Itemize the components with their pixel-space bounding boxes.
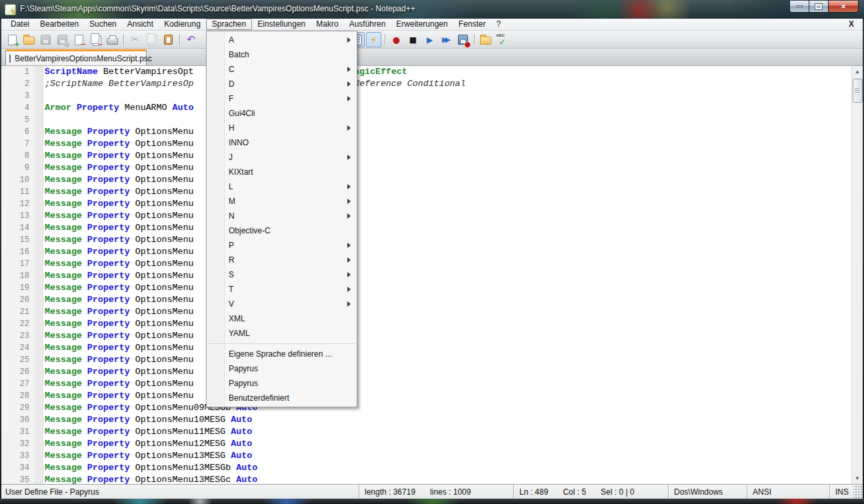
- language-menu-item-l[interactable]: L: [207, 179, 357, 194]
- menubar-item-suchen[interactable]: Suchen: [84, 19, 122, 30]
- code-token: [82, 343, 87, 353]
- language-menu-item-papyrus[interactable]: Papyrus: [207, 361, 357, 376]
- vertical-scrollbar[interactable]: ▲ ▼: [851, 66, 863, 484]
- code-token: Message: [45, 331, 82, 341]
- language-menu-item-objective-c[interactable]: Objective-C: [207, 223, 357, 238]
- menubar-item-sprachen[interactable]: Sprachen: [206, 19, 252, 30]
- code-token: Property: [87, 235, 130, 245]
- toolbar-macro-run-multiple-icon[interactable]: ▶▶: [439, 32, 454, 47]
- close-button[interactable]: ×: [828, 0, 859, 13]
- toolbar-macro-stop-icon[interactable]: ■: [405, 32, 421, 47]
- language-menu-item-xml[interactable]: XML: [207, 311, 357, 326]
- status-ln: Ln : 489: [519, 487, 548, 497]
- language-menu-item-n[interactable]: N: [207, 209, 357, 223]
- code-token: [82, 235, 87, 245]
- language-menu-item-batch[interactable]: Batch: [207, 47, 357, 62]
- menubar-item-einstellungen[interactable]: Einstellungen: [252, 19, 311, 30]
- toolbar-copy-icon[interactable]: [144, 32, 159, 47]
- code-text: Message Property OptionsMenu: [45, 234, 193, 246]
- close-document-button[interactable]: X: [849, 19, 854, 29]
- menu-item-label: Objective-C: [229, 226, 271, 235]
- menubar-item-bearbeiten[interactable]: Bearbeiten: [35, 19, 84, 30]
- window-controls: ×: [789, 0, 859, 13]
- code-text: Message Property OptionsMenu13MESGc Auto: [45, 474, 257, 484]
- menubar-item-kodierung[interactable]: Kodierung: [159, 19, 206, 30]
- language-menu-item-p[interactable]: P: [207, 238, 357, 253]
- toolbar-new-file-icon[interactable]: +: [5, 32, 20, 47]
- scroll-up-arrow[interactable]: ▲: [852, 66, 863, 77]
- line-number: 19: [1, 282, 29, 294]
- restore-button[interactable]: [809, 0, 828, 13]
- code-token: Message: [45, 403, 82, 413]
- menubar-item-help[interactable]: ?: [491, 19, 506, 30]
- submenu-arrow-icon: [347, 125, 351, 131]
- language-menu-item-eigene-sprache-definieren[interactable]: Eigene Sprache definieren ...: [207, 347, 357, 361]
- language-menu-item-a[interactable]: A: [207, 33, 357, 47]
- line-number: 33: [1, 450, 29, 462]
- editor-area[interactable]: 1ScriptName BetterVampiresOptMagicEffect…: [1, 66, 853, 484]
- toolbar-user-defined-language-icon[interactable]: ⚡: [366, 32, 381, 47]
- toolbar-macro-play-icon[interactable]: ▶: [422, 32, 437, 47]
- editor-line: 2;ScriptName BetterVampiresOptReference …: [1, 78, 853, 90]
- language-menu-item-yaml[interactable]: YAML: [207, 326, 357, 341]
- toolbar-save-all-icon[interactable]: ●: [55, 32, 70, 47]
- window-edge-left: [0, 19, 1, 499]
- code-token: [82, 451, 87, 461]
- menubar-item-datei[interactable]: Datei: [5, 19, 35, 30]
- language-menu-item-gui4cli[interactable]: Gui4Cli: [207, 106, 357, 121]
- scrollbar-thumb[interactable]: [853, 79, 863, 103]
- toolbar-macro-save-icon[interactable]: ●: [455, 32, 471, 47]
- line-number: 10: [1, 174, 29, 186]
- language-menu-item-s[interactable]: S: [207, 267, 357, 282]
- toolbar-close-all-files-icon[interactable]: −: [88, 32, 103, 47]
- toolbar-undo-icon[interactable]: ↶: [183, 32, 199, 47]
- code-token: OptionsMenu: [130, 211, 194, 221]
- toolbar-open-folder-icon[interactable]: [21, 32, 37, 47]
- language-menu-item-v[interactable]: V: [207, 297, 357, 311]
- code-token: Message: [45, 211, 82, 221]
- menubar-item-erweiterungen[interactable]: Erweiterungen: [391, 19, 453, 30]
- menu-item-label: P: [229, 241, 234, 250]
- toolbar-cut-icon[interactable]: ✂: [127, 32, 143, 47]
- toolbar-print-icon[interactable]: [105, 32, 120, 47]
- language-menu-item-f[interactable]: F: [207, 91, 357, 106]
- language-menu-item-kixtart[interactable]: KIXtart: [207, 165, 357, 179]
- menu-item-label: INNO: [229, 138, 249, 147]
- language-menu-item-papyrus-2[interactable]: Papyrus: [207, 376, 357, 391]
- editor-line: 31Message Property OptionsMenu11MESG Aut…: [1, 426, 853, 438]
- toolbar-left-group: +●−−✂↶: [4, 31, 199, 48]
- language-menu-item-d[interactable]: D: [207, 77, 357, 91]
- toolbar-paste-icon[interactable]: [161, 32, 176, 47]
- language-menu-item-benutzerdefiniert[interactable]: Benutzerdefiniert: [207, 391, 357, 405]
- menubar-item-fenster[interactable]: Fenster: [453, 19, 491, 30]
- language-menu-item-j[interactable]: J: [207, 150, 357, 165]
- menubar-item-ausf-hren[interactable]: Ausführen: [344, 19, 391, 30]
- toolbar-separator: [179, 34, 180, 45]
- status-bar: User Define File - Papyrus length : 3671…: [0, 484, 864, 499]
- code-token: OptionsMenu: [130, 331, 194, 341]
- language-menu-item-m[interactable]: M: [207, 194, 357, 209]
- line-number: 5: [1, 114, 29, 126]
- menu-item-label: M: [229, 197, 235, 206]
- scroll-down-arrow[interactable]: ▼: [852, 473, 863, 484]
- status-insert-mode[interactable]: INS: [829, 485, 853, 499]
- language-menu-item-h[interactable]: H: [207, 121, 357, 135]
- language-menu-item-c[interactable]: C: [207, 62, 357, 77]
- toolbar-close-file-icon[interactable]: −: [71, 32, 87, 47]
- status-eol-format[interactable]: Dos\Windows: [668, 485, 747, 499]
- language-menu-item-inno[interactable]: INNO: [207, 135, 357, 150]
- menubar-item-ansicht[interactable]: Ansicht: [122, 19, 159, 30]
- code-token: [82, 247, 87, 257]
- toolbar-macro-record-icon[interactable]: ●: [389, 32, 404, 47]
- tab-bettervampiresoptionsmenuscript[interactable]: BetterVampiresOptionsMenuScript.psc: [5, 49, 147, 65]
- editor-line: 17Message Property OptionsMenu: [1, 258, 853, 270]
- status-encoding[interactable]: ANSI: [747, 485, 829, 499]
- toolbar-save-icon[interactable]: [38, 32, 53, 47]
- language-menu-item-t[interactable]: T: [207, 282, 357, 297]
- editor-line: 30Message Property OptionsMenu10MESG Aut…: [1, 414, 853, 426]
- language-menu-item-r[interactable]: R: [207, 253, 357, 267]
- minimize-button[interactable]: [789, 0, 809, 13]
- toolbar-open-folder-dialog-icon[interactable]: [478, 32, 493, 47]
- menubar-item-makro[interactable]: Makro: [311, 19, 343, 30]
- toolbar-spell-check-icon[interactable]: ABC✓: [495, 32, 510, 47]
